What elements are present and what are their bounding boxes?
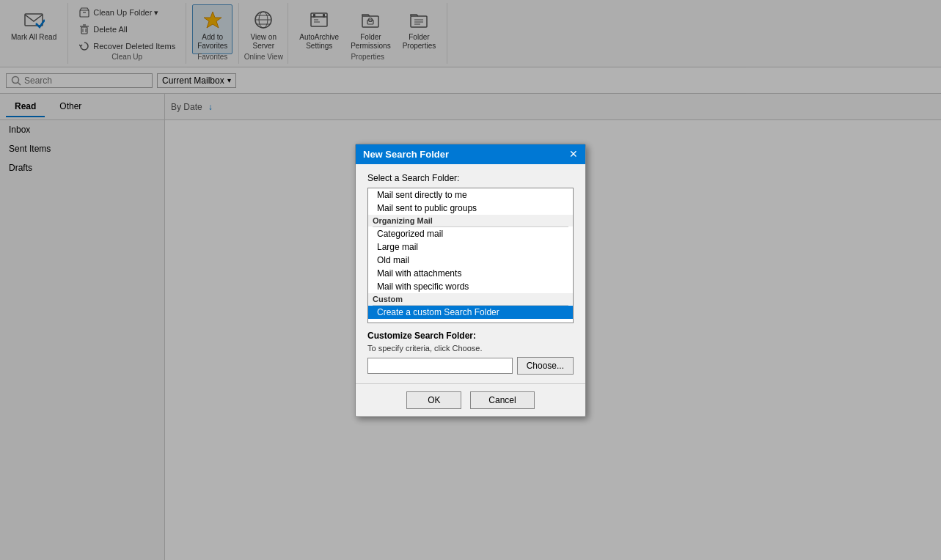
- modal-title-bar: New Search Folder ✕: [356, 144, 585, 164]
- search-folder-listbox[interactable]: Mail sent directly to me Mail sent to pu…: [367, 188, 574, 323]
- cancel-button[interactable]: Cancel: [470, 391, 534, 409]
- select-folder-label: Select a Search Folder:: [367, 173, 574, 183]
- listbox-item-categorized-mail[interactable]: Categorized mail: [368, 227, 573, 240]
- modal-overlay: New Search Folder ✕ Select a Search Fold…: [0, 0, 941, 560]
- listbox-item-mail-public-groups[interactable]: Mail sent to public groups: [368, 202, 573, 215]
- customize-name-input[interactable]: [367, 358, 513, 374]
- customize-title: Customize Search Folder:: [367, 331, 574, 341]
- listbox-item-create-custom[interactable]: Create a custom Search Folder: [368, 306, 573, 319]
- modal-close-button[interactable]: ✕: [569, 149, 578, 159]
- listbox-item-mail-directly[interactable]: Mail sent directly to me: [368, 188, 573, 202]
- listbox-item-large-mail[interactable]: Large mail: [368, 240, 573, 254]
- new-search-folder-dialog: New Search Folder ✕ Select a Search Fold…: [355, 144, 586, 417]
- modal-title: New Search Folder: [363, 149, 449, 160]
- listbox-group-organizing-mail: Organizing Mail: [368, 215, 573, 226]
- listbox-item-mail-with-attachments[interactable]: Mail with attachments: [368, 267, 573, 280]
- modal-footer: OK Cancel: [356, 383, 585, 416]
- ok-button[interactable]: OK: [406, 391, 461, 409]
- modal-body: Select a Search Folder: Mail sent direct…: [356, 164, 585, 383]
- listbox-item-old-mail[interactable]: Old mail: [368, 254, 573, 267]
- customize-section: Customize Search Folder: To specify crit…: [367, 331, 574, 375]
- customize-hint: To specify criteria, click Choose.: [367, 344, 574, 353]
- listbox-group-custom: Custom: [368, 293, 573, 305]
- listbox-item-mail-specific-words[interactable]: Mail with specific words: [368, 280, 573, 293]
- customize-row: Choose...: [367, 357, 574, 375]
- choose-button[interactable]: Choose...: [517, 357, 574, 375]
